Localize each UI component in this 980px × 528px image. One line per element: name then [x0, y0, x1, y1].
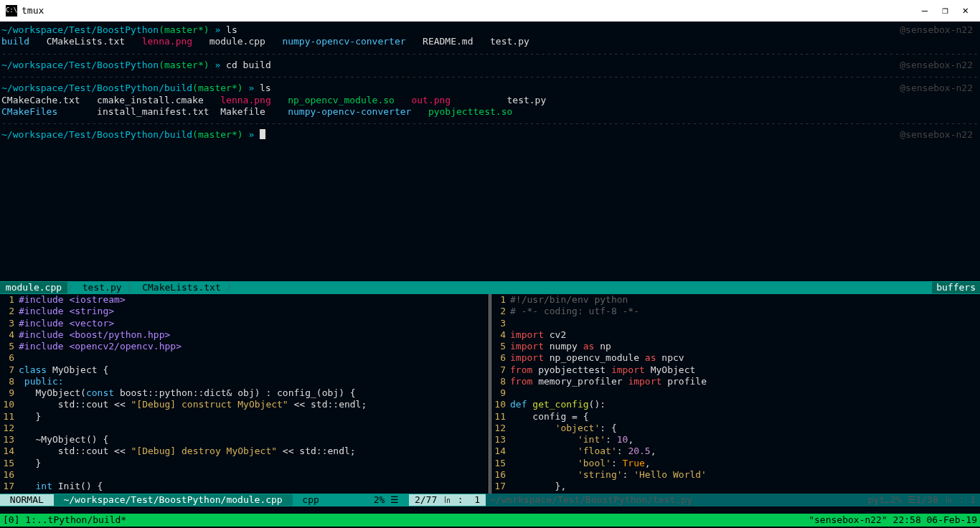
user-host: @sensebox-n22: [900, 24, 979, 36]
mode-indicator: NORMAL: [0, 494, 54, 506]
tab-module[interactable]: module.cpp: [0, 282, 67, 293]
tmux-session: [0] 1:..tPython/build*: [3, 514, 126, 526]
filetype: cpp: [293, 494, 329, 506]
prompt-cmd: cd build: [226, 60, 271, 71]
window-titlebar: C:\ tmux — ❐ ✕: [0, 0, 980, 22]
statusline-left: NORMAL ~/workspace/Test/BoostPython/modu…: [0, 494, 486, 506]
maximize-button[interactable]: ❐: [942, 4, 948, 17]
inactive-file-path: ~/workspace/Test/BoostPython/test.py: [490, 494, 692, 506]
tab-cmakelists[interactable]: CMakeLists.txt: [136, 282, 226, 293]
ls-output-row2: CMakeFiles install_manifest.txt Makefile…: [1, 106, 979, 118]
cursor: [260, 129, 265, 139]
ls-output-row1: CMakeCache.txt cmake_install.cmake lenna…: [1, 95, 979, 106]
buffer-tabs: module.cpp 〉 test.py 〉 CMakeLists.txt 〉 …: [0, 281, 980, 294]
app-icon: C:\: [6, 5, 17, 16]
terminal-pane[interactable]: ~/workspace/Test/BoostPython (master*) »…: [0, 22, 980, 281]
window-title: tmux: [22, 5, 44, 16]
prompt-path: ~/workspace/Test/BoostPython: [1, 24, 159, 36]
ls-output: build CMakeLists.txt lenna.png module.cp…: [1, 36, 979, 47]
minimize-button[interactable]: —: [922, 4, 928, 17]
tmux-clock: "sensebox-n22" 22:58 06-Feb-19: [809, 514, 977, 526]
buffers-label: buffers: [932, 282, 980, 293]
tmux-statusbar: [0] 1:..tPython/build* "sensebox-n22" 22…: [0, 514, 980, 527]
statusline-right: ~/workspace/Test/BoostPython/test.py pyt…: [486, 494, 980, 506]
percent: 2% ☰: [364, 494, 409, 506]
editor-split: 1#include <iostream> 2#include <string> …: [0, 294, 980, 494]
prompt-branch: (master*): [159, 24, 209, 36]
prompt-cmd: ls: [226, 24, 237, 36]
close-button[interactable]: ✕: [963, 4, 969, 17]
prompt-sep: »: [209, 24, 226, 36]
separator: ----------------------------------------…: [1, 48, 979, 60]
file-path: ~/workspace/Test/BoostPython/module.cpp: [54, 494, 293, 506]
right-editor-pane[interactable]: 1#!/usr/bin/env python 2# -*- coding: ut…: [491, 294, 980, 494]
left-editor-pane[interactable]: 1#include <iostream> 2#include <string> …: [0, 294, 489, 494]
prompt-cmd: ls: [260, 82, 271, 94]
tab-testpy[interactable]: test.py: [77, 282, 127, 293]
line-pos: 2/77 ㏑ : 1: [409, 494, 486, 506]
